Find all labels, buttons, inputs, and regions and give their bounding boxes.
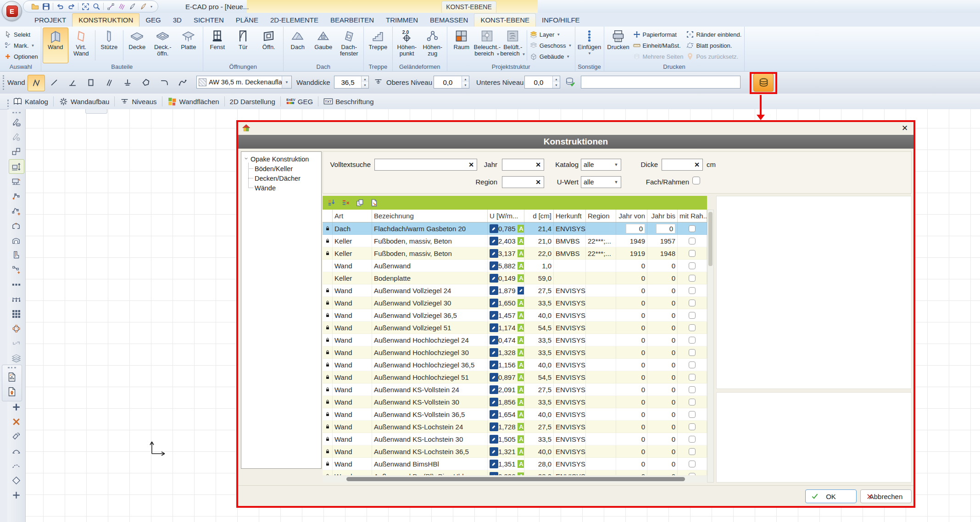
ribbon-button-layer[interactable]: Layer▼ [529,30,572,39]
mit-rahmen-checkbox[interactable] [689,423,696,430]
qat-folder-button[interactable] [30,1,40,11]
view-button-geg[interactable]: EnEVGEG [282,95,317,108]
table-row[interactable]: WandAußenwand Hochlochziegel 510,897A54,… [323,371,707,383]
tab-info-hilfe[interactable]: INFO/HILFE [536,14,586,27]
edit-icon[interactable] [490,422,498,431]
tab-konst-ebene[interactable]: KONST-EBENE [474,13,536,27]
wall-mode-polygon[interactable] [138,75,154,90]
table-row[interactable]: WandAußenwand Hochlochziegel 240,474A33,… [323,334,707,346]
ribbon-button-raum[interactable]: Raum [449,28,474,63]
uwert-select[interactable]: alle▼ [581,176,621,188]
stepper-down-icon[interactable]: ▼ [362,82,368,88]
edit-icon[interactable] [490,385,498,394]
edit-icon[interactable] [490,249,498,258]
dicke-input[interactable]: ✕ [662,159,703,171]
qat-redo-button[interactable] [66,1,76,11]
region-input[interactable]: ✕ [502,176,544,188]
tree-item-decken-dächer[interactable]: Decken/Dächer [248,173,320,183]
ribbon-button-deck-[interactable]: Deck.-öffn. [150,28,176,63]
ribbon-button-stütze[interactable]: Stütze [96,28,122,63]
table-row[interactable]: WandAußenwand Dm(Pl)+BimsHbl0,306A28,0EN… [323,470,707,475]
view-button-niveaus[interactable]: Niveaus [116,95,161,108]
mit-rahmen-checkbox[interactable] [689,262,696,269]
chevron-down-icon[interactable]: ▼ [282,76,291,88]
wall-mode-parallel[interactable] [101,75,117,90]
toolbar-grip[interactable] [8,367,16,368]
left-tool-arc-open[interactable] [9,444,24,458]
tree-root-node[interactable]: Opake Konstruktion [242,154,320,164]
tab-konstruktion[interactable]: KONSTRUKTION [72,13,139,27]
clear-icon[interactable]: ✕ [533,161,544,168]
table-row[interactable]: WandAußenwand Vollziegel 36,51,457A40,0E… [323,309,707,322]
tree-item-wände[interactable]: Wände [248,183,320,193]
mit-rahmen-checkbox[interactable] [689,448,696,455]
stepper-up-icon[interactable]: ▲ [362,76,368,82]
left-tool-pen-db[interactable] [9,115,24,129]
jahr-field[interactable] [502,159,533,170]
ribbon-button-selekt[interactable]: Selekt [4,30,38,39]
edit-icon[interactable] [490,311,498,320]
wall-mode-perpendicular[interactable] [64,75,81,90]
ribbon-button-höhen-[interactable]: 2.0Höhen-punkt [394,28,420,63]
scrollbar-thumb[interactable] [708,212,713,266]
volltextsuche-input[interactable]: ✕ [374,159,477,171]
database-check-icon[interactable] [564,76,576,89]
edit-icon[interactable] [490,460,498,468]
left-tool-arch[interactable] [9,219,24,233]
edit-icon[interactable] [490,261,498,270]
column-header-mit-rah-[interactable]: mit Rah... [678,210,707,222]
table-row[interactable]: WandAußenwand KS-Lochstein 301,505A33,5E… [323,433,707,445]
edit-icon[interactable] [490,373,498,382]
ribbon-button-geschoss[interactable]: Geschoss▼ [529,41,572,50]
stepper-down-icon[interactable]: ▼ [553,82,560,88]
ribbon-button-fenst[interactable]: Fenst [205,28,230,63]
ribbon-button-papierformat[interactable]: Papierformat [633,30,684,39]
tab-sichten[interactable]: SICHTEN [188,14,230,27]
table-row[interactable]: WandAußenwand BimsHBl1,351A28,0ENVISYS00 [323,458,707,470]
stepper-up-icon[interactable]: ▲ [462,76,469,82]
horizontal-scrollbar[interactable] [323,476,707,483]
ribbon-button-tür[interactable]: Tür [230,28,256,63]
ribbon-button-gebäude[interactable]: Gebäude▼ [529,52,572,61]
tab-2d-elemente[interactable]: 2D-ELEMENTE [264,14,324,27]
close-icon[interactable]: ✕ [899,122,911,133]
ribbon-button-optionen[interactable]: Optionen [4,52,38,61]
mit-rahmen-checkbox[interactable] [689,349,696,356]
left-tool-diamond[interactable] [9,473,24,487]
mit-rahmen-checkbox[interactable] [689,238,696,244]
table-row[interactable]: WandAußenwand KS-Vollstein 301,856A33,5E… [323,396,707,408]
vertical-scrollbar[interactable] [707,210,714,483]
left-tool-fence[interactable] [9,292,24,306]
table-row[interactable]: WandAußenwand Vollziegel 301,650A33,5ENV… [323,297,707,309]
katalog-select[interactable]: alle▼ [581,159,621,171]
stepper-arrows[interactable]: ▲▼ [462,76,469,88]
mit-rahmen-checkbox[interactable] [689,324,696,331]
qat-fit-button[interactable] [80,1,90,11]
left-tool-wall-j[interactable] [9,248,24,262]
mit-rahmen-checkbox[interactable] [689,250,696,257]
jahr-input[interactable]: ✕ [502,159,544,171]
table-row[interactable]: WandAußenwand Hochlochziegel 36,51,156A4… [323,359,707,371]
edit-icon[interactable] [490,274,498,283]
tab-projekt[interactable]: PROJEKT [28,14,72,27]
ribbon-button-beleucht-[interactable]: Beleucht.-bereich ▼ [474,28,500,63]
left-tool-grid-9[interactable] [9,307,24,321]
column-header-bezeichnung[interactable]: Bezeichnung [372,210,488,222]
mit-rahmen-checkbox[interactable] [689,312,696,319]
ribbon-button-mark-[interactable]: Mark.▼ [4,41,38,50]
wall-mode-rectangle[interactable] [83,75,99,90]
mit-rahmen-checkbox[interactable] [689,374,696,381]
table-row[interactable]: WandAußenwand Vollziegel 241,87927,5ENVI… [323,284,707,297]
ribbon-button-drucken[interactable]: Drucken [606,28,631,63]
view-button-wandaufbau[interactable]: Wandaufbau [55,95,114,108]
table-row[interactable]: WandAußenwand KS-Vollstein 242,091A27,5E… [323,383,707,396]
left-tool-plus-2[interactable] [9,488,24,502]
column-header-region[interactable]: Region [586,210,616,222]
edit-icon[interactable] [490,435,498,444]
edit-icon[interactable] [490,323,498,332]
edit-icon[interactable] [490,286,498,295]
ok-button[interactable]: OK [805,489,857,503]
mit-rahmen-checkbox[interactable] [689,436,696,443]
edit-icon[interactable] [490,398,498,406]
view-button-2d-darstellung[interactable]: 2D Darstellung [226,95,279,108]
